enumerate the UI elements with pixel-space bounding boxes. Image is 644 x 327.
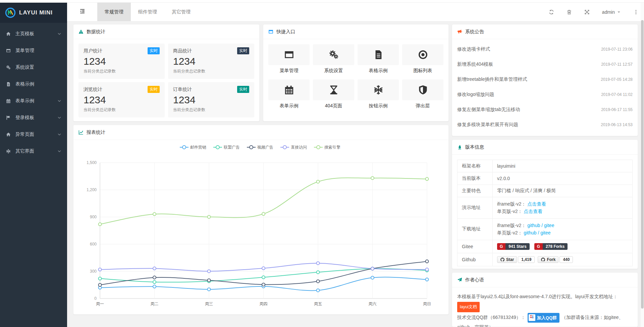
quick-entry-label: 404页面 [313,103,354,109]
layui-doc-link-badge[interactable]: layui文档 [457,302,480,312]
sidebar-item-5[interactable]: 登录模板 [0,109,67,126]
gears-icon [313,44,354,65]
announcement-text: 修改选项卡样式 [457,46,490,52]
quick-entry-0[interactable]: 菜单管理 [268,44,310,74]
sidebar-item-label: 菜单管理 [15,48,34,54]
svg-text:周日: 周日 [423,302,431,306]
version-panel: 版本信息 框架名称layuimini当前版本v2.0.0主要特色零门槛 / 响应… [452,140,638,269]
version-row-value: v2.0.0 [493,172,633,185]
version-row-value: 零门槛 / 响应式 / 清爽 / 极简 [493,185,633,197]
announcement-item-5[interactable]: 修复多模块菜单栏展开有问题2019-06-13 14:53 [457,117,633,132]
gitee-badge[interactable]: G278 Forks [534,243,568,250]
quick-entry-5[interactable]: 404页面 [313,79,354,109]
top-strip [0,0,644,3]
scrollbar-thumb[interactable] [641,20,644,309]
svg-text:600: 600 [90,242,97,247]
sidebar-item-7[interactable]: 其它界面 [0,143,67,160]
stat-card-2: 浏览统计实时1234当前分类总记录数 [78,82,165,117]
quick-entry-2[interactable]: 表格示例 [358,44,399,74]
gitee-logo: G [497,243,505,250]
announcement-item-4[interactable]: 修复左侧菜单缩放tab无法移动2019-06-17 11:55 [457,102,633,117]
user-dropdown[interactable]: admin [602,9,621,15]
sidebar-item-1[interactable]: 菜单管理 [0,42,67,59]
announcement-item-1[interactable]: 新增系统404模板2019-07-11 12:57 [457,57,633,72]
svg-text:邮件营销: 邮件营销 [190,145,206,150]
announcement-time: 2019-06-13 14:53 [601,122,633,127]
version-link[interactable]: 点击查看 [524,209,542,214]
github-star-button[interactable]: Star [497,256,517,263]
sidebar-item-2[interactable]: 系统设置 [0,59,67,76]
svg-text:300: 300 [90,269,97,274]
announcement-item-0[interactable]: 修改选项卡样式2019-07-11 23:06 [457,42,633,57]
quick-entry-6[interactable]: 按钮示例 [358,79,399,109]
join-qq-group-button[interactable]: 加入QQ群 [528,313,559,323]
chevron-down-icon [57,132,62,137]
version-row-label: Gitee [458,240,493,253]
legend-item-2[interactable]: 视频广告 [247,145,273,150]
quick-entry-3[interactable]: 图标列表 [402,44,443,74]
gitee-badge[interactable]: G941 Stars [497,243,530,250]
legend-item-1[interactable]: 联盟广告 [213,145,240,150]
chevron-down-icon [57,99,62,103]
tab-2[interactable]: 其它管理 [164,3,198,21]
expand-icon[interactable] [584,9,590,15]
version-row-value: iframe版-v2： 点击查看单页版-v2： 点击查看 [493,197,633,219]
stat-card-3: 订单统计实时1234当前分类总记录数 [168,82,254,117]
announcement-panel: 系统公告 修改选项卡样式2019-07-11 23:06新增系统404模板201… [452,24,638,136]
github-mark-icon [541,257,545,262]
stat-value: 1234 [173,55,249,68]
nav-tabs: 常规管理组件管理其它管理 [97,3,198,21]
sidebar-item-label: 其它界面 [15,148,34,154]
quick-entry-1[interactable]: 系统设置 [313,44,354,74]
legend-item-4[interactable]: 搜索引擎 [314,145,340,150]
sidebar-item-4[interactable]: 表单示例 [0,93,67,109]
stat-desc: 当前分类总记录数 [84,68,160,74]
version-link[interactable]: 点击查看 [527,201,546,207]
report-panel-title: 报表统计 [87,129,105,135]
qq-people-icon [529,313,534,322]
announcement-time: 2019-06-17 11:55 [601,107,633,112]
github-fork-button[interactable]: Fork [538,256,558,263]
legend-item-3[interactable]: 直接访问 [280,145,307,150]
sidebar-item-3[interactable]: 表格示例 [0,76,67,93]
quick-entry-7[interactable]: 弹出层 [402,79,443,109]
announcement-time: 2019-07-05 14:28 [601,77,633,82]
bullhorn-icon [457,29,462,34]
announcement-item-3[interactable]: 修改logo缩放问题2019-07-04 11:02 [457,87,633,102]
quick-entry-label: 系统设置 [313,68,354,74]
caret-down-icon [617,10,621,14]
sidebar-item-label: 系统设置 [15,64,34,70]
sidebar-item-6[interactable]: 异常页面 [0,126,67,143]
refresh-icon[interactable] [549,9,554,15]
github-star-count[interactable]: 1,419 [518,256,535,263]
quick-entry-label: 表格示例 [358,68,399,74]
quick-panel-title: 快捷入口 [276,29,295,35]
quick-entry-label: 菜单管理 [268,68,310,74]
version-link[interactable]: gitee [544,223,554,228]
shield-icon [402,79,443,100]
quick-entry-label: 弹出层 [402,103,443,109]
kebab-menu-icon[interactable] [633,9,639,15]
version-row-5: GiteeG941 StarsG278 Forks [458,240,633,253]
stat-value: 1234 [84,94,160,106]
sidebar-item-0[interactable]: 主页模板 [0,25,67,42]
version-link[interactable]: github [527,223,540,228]
quick-entry-4[interactable]: 表单示例 [268,79,310,109]
home-icon [6,32,13,36]
version-row-value: layuimini [493,160,633,172]
svg-text:视频广告: 视频广告 [257,145,273,150]
legend-item-0[interactable]: 邮件营销 [180,145,206,150]
version-link[interactable]: github [524,230,536,235]
version-row-label: Github [458,253,493,266]
quick-grid: 菜单管理系统设置表格示例图标列表表单示例404页面按钮示例弹出层 [263,39,448,112]
trash-icon[interactable] [567,9,572,15]
announcement-item-2[interactable]: 新增treetable插件和菜单管理样式2019-07-05 14:28 [457,72,633,87]
version-row-3: 演示地址iframe版-v2： 点击查看单页版-v2： 点击查看 [458,197,633,219]
tab-0[interactable]: 常规管理 [97,3,131,21]
brand-logo[interactable]: LAYUI MINI [0,3,67,23]
github-fork-count[interactable]: 440 [559,256,573,263]
version-link[interactable]: gitee [540,230,550,235]
tab-1[interactable]: 组件管理 [131,3,164,21]
quick-entry-label: 图标列表 [402,68,443,74]
sidebar-collapse-button[interactable] [67,3,97,21]
